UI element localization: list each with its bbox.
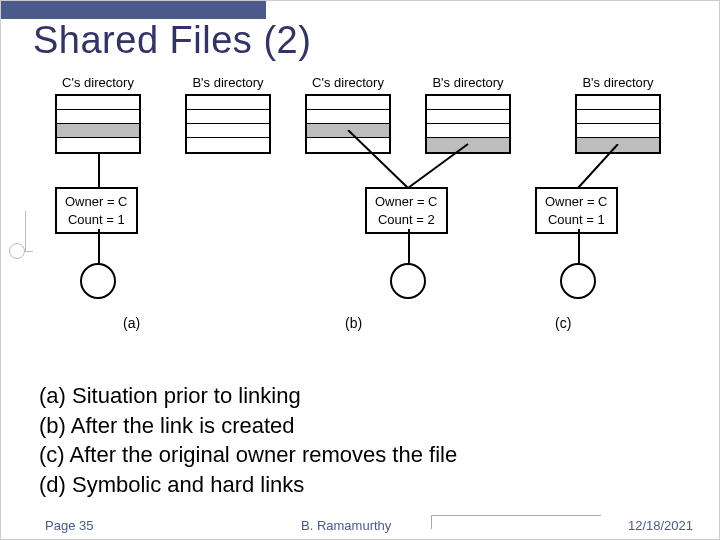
- dir-row: [187, 124, 269, 138]
- dir-c-label: C's directory: [55, 75, 141, 90]
- connector-svg-b: [305, 130, 515, 190]
- svg-line-2: [578, 144, 618, 188]
- diagram: C's directory Owner = C Count = 1 (a) B'…: [45, 75, 685, 355]
- dir-row: [307, 110, 389, 124]
- bullet-a: (a) Situation prior to linking: [39, 381, 457, 411]
- diagram-group-a: C's directory: [55, 75, 141, 154]
- slide-ornament-vline: [25, 211, 26, 251]
- dir-row: [307, 96, 389, 110]
- dir-c-box: [55, 94, 141, 154]
- file-node-a: [80, 263, 116, 299]
- meta-count: Count = 1: [65, 211, 128, 229]
- file-node-c: [560, 263, 596, 299]
- meta-box-b: Owner = C Count = 2: [365, 187, 448, 234]
- slide: Shared Files (2) C's directory Owner = C…: [0, 0, 720, 540]
- dir-b-box: [185, 94, 271, 154]
- dir-c-label: C's directory: [305, 75, 391, 90]
- connector-svg-c: [535, 144, 665, 190]
- dir-row: [577, 96, 659, 110]
- footer-page: Page 35: [45, 518, 93, 533]
- svg-line-0: [348, 130, 408, 188]
- meta-owner: Owner = C: [545, 193, 608, 211]
- diagram-group-a-b: B's directory: [185, 75, 271, 154]
- slide-ornament-circle: [9, 243, 25, 259]
- meta-box-a: Owner = C Count = 1: [55, 187, 138, 234]
- dir-row: [427, 96, 509, 110]
- bullet-d: (d) Symbolic and hard links: [39, 470, 457, 500]
- meta-owner: Owner = C: [65, 193, 128, 211]
- connector-line: [408, 229, 410, 263]
- connector-line: [98, 229, 100, 263]
- bullet-c: (c) After the original owner removes the…: [39, 440, 457, 470]
- footer-ornament-box: [431, 515, 601, 529]
- dir-b-label: B's directory: [425, 75, 511, 90]
- svg-line-1: [408, 144, 468, 188]
- meta-owner: Owner = C: [375, 193, 438, 211]
- dir-row: [187, 110, 269, 124]
- connector-line: [578, 229, 580, 263]
- dir-row-shaded: [57, 124, 139, 138]
- file-node-b: [390, 263, 426, 299]
- dir-row: [57, 138, 139, 152]
- dir-b-label: B's directory: [185, 75, 271, 90]
- dir-row: [577, 124, 659, 138]
- dir-row: [187, 138, 269, 152]
- dir-row: [187, 96, 269, 110]
- slide-title: Shared Files (2): [33, 19, 311, 62]
- dir-b-label: B's directory: [575, 75, 661, 90]
- sublabel-a: (a): [123, 315, 140, 331]
- footer-author: B. Ramamurthy: [301, 518, 391, 533]
- dir-row: [57, 96, 139, 110]
- sublabel-c: (c): [555, 315, 571, 331]
- diagram-group-c: B's directory: [575, 75, 661, 154]
- dir-row: [427, 110, 509, 124]
- connector-line: [98, 154, 100, 188]
- meta-count: Count = 2: [375, 211, 438, 229]
- sublabel-b: (b): [345, 315, 362, 331]
- meta-box-c: Owner = C Count = 1: [535, 187, 618, 234]
- meta-count: Count = 1: [545, 211, 608, 229]
- bullet-list: (a) Situation prior to linking (b) After…: [39, 381, 457, 500]
- dir-row: [57, 110, 139, 124]
- footer-date: 12/18/2021: [628, 518, 693, 533]
- dir-row: [577, 110, 659, 124]
- bullet-b: (b) After the link is created: [39, 411, 457, 441]
- slide-accent-bar: [1, 1, 266, 19]
